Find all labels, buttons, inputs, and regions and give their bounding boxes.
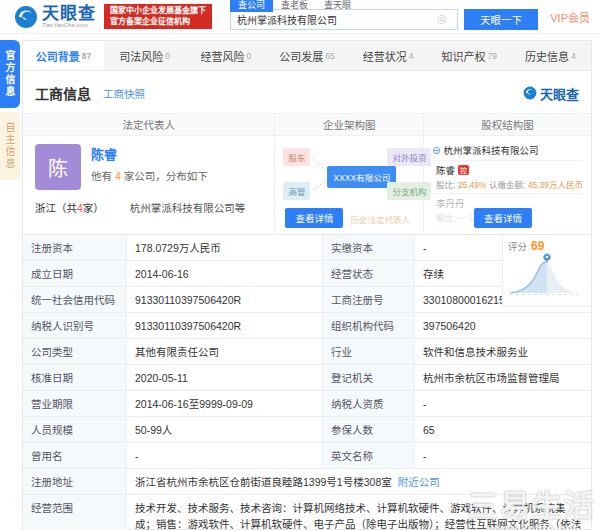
registration-info-table: 评分69 注册资本 178.0729万人民币 实缴资本 - 成立日期 2014-… — [23, 235, 591, 530]
info-label: 行业 — [323, 339, 415, 364]
org-node-executive[interactable]: 高管 — [283, 182, 310, 200]
info-value: 软件和信息技术服务业 — [415, 339, 591, 364]
holder-name[interactable]: 陈睿 — [436, 165, 455, 176]
top-header: 天眼查 TianYanCha.com 国家中小企业发展基金旗下 官方备案企业征信… — [0, 0, 600, 34]
search-tab-boss[interactable]: 查老板 — [273, 0, 316, 12]
equity-chart-panel: 股权结构图 ⊖ 杭州掌派科技有限公司 陈睿控 股比: 25.49% 认缴金额: … — [424, 114, 591, 234]
camera-search-icon[interactable]: ◎ — [437, 12, 450, 25]
business-snapshot-link[interactable]: 工商快照 — [103, 86, 145, 101]
info-label: 经营范围 — [23, 495, 127, 530]
info-label: 经营状态 — [323, 261, 415, 286]
nearby-companies-link[interactable]: 附近公司 — [398, 474, 440, 489]
vip-member-link[interactable]: VIP会员 — [550, 9, 590, 25]
tab-label: 经营风险 — [200, 48, 244, 64]
tab-company-development[interactable]: 公司发展65 — [266, 41, 347, 70]
info-value: - — [415, 391, 591, 416]
tianyancha-logo[interactable]: 天眼查 TianYanCha.com — [14, 5, 96, 29]
ratio-label: 股比: — [436, 213, 455, 223]
score-distribution-chart — [508, 253, 584, 297]
overview-panels: 法定代表人 陈 陈睿 他有 4 家公司，分布如下 浙江（共4家） 杭州掌派科技有… — [23, 113, 591, 235]
side-tabs: 官方信息 自主信息 — [0, 40, 22, 184]
tianyancha-swirl-icon — [14, 5, 38, 29]
info-label: 营业期限 — [23, 391, 127, 416]
ratio-value: — — [458, 213, 467, 223]
legal-rep-name-link[interactable]: 陈睿 — [91, 144, 208, 163]
info-label: 统一社会信用代码 — [23, 287, 127, 312]
sidebar-tab-official-info[interactable]: 官方信息 — [0, 40, 20, 108]
brand-text: 天眼查 — [540, 84, 579, 103]
info-value: 2020-05-11 — [127, 365, 323, 390]
table-row-scope: 经营范围 技术开发、技术服务、技术咨询：计算机网络技术、计算机软硬件、游戏软件、… — [23, 495, 591, 530]
info-label: 组织机构代码 — [323, 313, 415, 338]
collapse-icon[interactable]: ⊖ — [432, 145, 440, 156]
equity-chart-detail-button[interactable]: 查看详情 — [474, 208, 532, 228]
info-label: 核准日期 — [23, 365, 127, 390]
info-label: 注册地址 — [23, 469, 127, 494]
tab-operating-risk[interactable]: 经营风险0 — [185, 41, 266, 70]
info-value: 65 — [415, 417, 591, 442]
tab-intellectual-property[interactable]: 知识产权79 — [429, 41, 510, 70]
scope-cell: 技术开发、技术服务、技术咨询：计算机网络技术、计算机软硬件、游戏软件、计算机系统… — [127, 495, 591, 530]
score-marker-pin — [544, 254, 550, 263]
equity-holder-row: 陈睿控 股比: 25.49% 认缴金额: 45.39万人民币 — [432, 161, 583, 194]
equity-root-company[interactable]: 杭州掌派科技有限公司 — [443, 143, 538, 157]
ratio-value: 25.49% — [458, 180, 487, 190]
org-chart-panel-title: 企业架构图 — [275, 114, 423, 136]
search-tab-company[interactable]: 查公司 — [230, 0, 273, 12]
region-post: 家） — [83, 202, 104, 214]
info-value: 91330110397506420R — [127, 313, 323, 338]
ratio-label: 股比: — [436, 180, 455, 190]
info-value: 2014-06-16至9999-09-09 — [127, 391, 323, 416]
search-button[interactable]: 天眼一下 — [464, 9, 538, 30]
desc-pre: 他有 — [91, 170, 115, 182]
tab-count: 87 — [82, 51, 91, 61]
amount-label: 认缴金额: — [489, 180, 525, 190]
related-company-name[interactable]: 杭州掌派科技有限公司等 — [130, 200, 246, 215]
region-label: 浙江（共4家） — [35, 200, 104, 215]
info-value: 其他有限责任公司 — [127, 339, 323, 364]
tab-judicial-risk[interactable]: 司法风险0 — [104, 41, 185, 70]
org-node-company-center[interactable]: XXXX有限公司 — [327, 166, 396, 188]
tab-history-info[interactable]: 历史信息4 — [510, 41, 591, 70]
info-label: 英文名称 — [323, 443, 415, 468]
info-label: 参保人数 — [323, 417, 415, 442]
org-chart-panel: 企业架构图 股东 高管 XXXX有限公司 对外投资 分支机构 历史法定代表人 查… — [275, 114, 424, 234]
search-input[interactable] — [230, 9, 458, 30]
legal-rep-avatar[interactable]: 陈 — [35, 144, 81, 190]
holder-detail: 股比: 25.49% 认缴金额: 45.39万人民币 — [436, 178, 583, 190]
org-chart-detail-button[interactable]: 查看详情 — [285, 208, 343, 228]
info-value: - — [127, 443, 323, 468]
gov-certification-badge: 国家中小企业发展基金旗下 官方备案企业征信机构 — [104, 4, 212, 30]
info-label: 成立日期 — [23, 261, 127, 286]
org-node-shareholder[interactable]: 股东 — [283, 148, 310, 166]
legal-rep-desc: 他有 4 家公司，分布如下 — [91, 168, 208, 183]
logo-text-cn: 天眼查 — [42, 5, 96, 22]
tab-count: 65 — [325, 51, 334, 61]
info-label: 公司类型 — [23, 339, 127, 364]
score-label: 评分 — [508, 241, 527, 252]
org-node-history-rep[interactable]: 历史法定代表人 — [345, 210, 415, 228]
info-value: 50-99人 — [127, 417, 323, 442]
table-row: 人员规模 50-99人 参保人数 65 — [23, 417, 591, 443]
info-label: 工商注册号 — [323, 287, 415, 312]
tab-operating-status[interactable]: 经营状况4 — [348, 41, 429, 70]
info-label: 登记机关 — [323, 365, 415, 390]
address-value: 浙江省杭州市余杭区仓前街道良睦路1399号1号楼308室 — [135, 474, 392, 489]
equity-chart-panel-title: 股权结构图 — [424, 114, 591, 136]
legal-rep-panel-title: 法定代表人 — [23, 114, 274, 136]
tab-label: 经营状况 — [363, 48, 407, 64]
tab-label: 公司背景 — [36, 48, 80, 64]
tab-company-background[interactable]: 公司背景87 — [23, 41, 104, 70]
info-label: 纳税人识别号 — [23, 313, 127, 338]
table-row: 纳税人识别号 91330110397506420R 组织机构代码 3975064… — [23, 313, 591, 339]
sidebar-tab-self-info[interactable]: 自主信息 — [0, 112, 20, 180]
company-score-widget: 评分69 — [502, 236, 590, 307]
tab-count: 4 — [571, 51, 576, 61]
info-value: 2014-06-16 — [127, 261, 323, 286]
info-label: 实缴资本 — [323, 235, 415, 260]
holder-name[interactable]: 李丹丹 — [436, 198, 465, 209]
info-value: 397506420 — [415, 313, 591, 338]
table-row: 核准日期 2020-05-11 登记机关 杭州市余杭区市场监督管理局 — [23, 365, 591, 391]
tianyancha-brand-mark: 天眼查 — [523, 84, 579, 103]
search-tab-tianyan[interactable]: 查天眼 — [316, 0, 359, 12]
